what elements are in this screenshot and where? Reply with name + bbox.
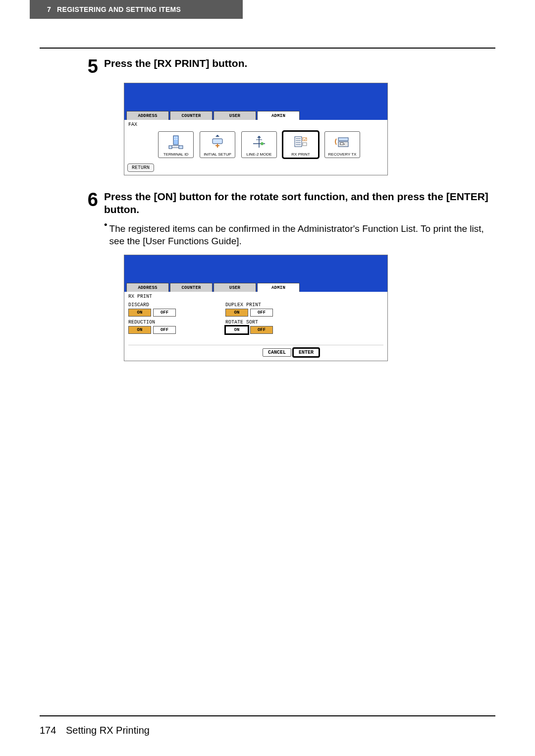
building-icon — [167, 132, 185, 153]
discard-off-button[interactable]: OFF — [153, 309, 176, 317]
svg-rect-1 — [174, 137, 175, 138]
tab-bar: ADDRESS COUNTER USER ADMIN — [124, 282, 387, 292]
tab-user[interactable]: USER — [214, 111, 256, 120]
svg-rect-6 — [179, 146, 183, 149]
tab-counter[interactable]: COUNTER — [170, 111, 213, 120]
svg-rect-0 — [173, 136, 178, 145]
step-5: 5 Press the [RX PRINT] button. — [40, 57, 495, 76]
breadcrumb: FAX — [128, 122, 383, 127]
enter-button[interactable]: ENTER — [293, 348, 319, 357]
return-button[interactable]: RETURN — [127, 163, 154, 172]
terminal-id-button[interactable]: TERMINAL ID — [158, 131, 194, 158]
rotate-sort-setting: ROTATE SORT ON OFF — [225, 320, 273, 334]
icon-label: RECOVERY TX — [328, 153, 357, 157]
page-number: 174 — [40, 725, 56, 736]
initial-setup-button[interactable]: INITIAL SETUP — [200, 131, 235, 158]
top-rule — [40, 48, 495, 49]
screen-titlebar — [124, 255, 387, 282]
screenshot-fax-admin: ADDRESS COUNTER USER ADMIN FAX TERMINAL … — [124, 83, 388, 175]
duplex-off-button[interactable]: OFF — [250, 309, 273, 317]
icon-label: TERMINAL ID — [163, 153, 188, 157]
page-footer: 174 Setting RX Printing — [40, 725, 150, 736]
step-title: Press the [ON] button for the rotate sor… — [104, 190, 495, 216]
step-number: 6 — [40, 190, 104, 248]
tab-bar: ADDRESS COUNTER USER ADMIN — [124, 110, 387, 120]
screenshot-rx-print-settings: ADDRESS COUNTER USER ADMIN RX PRINT DISC… — [124, 255, 388, 361]
step-bullet-text: The registered items can be confirmed in… — [109, 222, 495, 248]
svg-rect-4 — [176, 139, 177, 140]
setting-label: DISCARD — [128, 302, 176, 308]
screen-titlebar — [124, 83, 387, 110]
bottom-rule — [40, 715, 495, 716]
line-icon — [250, 132, 268, 153]
reduction-off-button[interactable]: OFF — [153, 326, 176, 334]
bullet-icon: • — [104, 219, 109, 248]
duplex-print-setting: DUPLEX PRINT ON OFF — [225, 302, 273, 317]
svg-rect-10 — [295, 137, 302, 147]
svg-rect-5 — [169, 146, 172, 149]
list-check-icon — [292, 132, 310, 153]
setting-label: REDUCTION — [128, 320, 176, 325]
chapter-number: 7 — [47, 5, 51, 13]
svg-rect-12 — [303, 143, 307, 146]
svg-rect-2 — [176, 137, 177, 138]
tab-admin[interactable]: ADMIN — [257, 283, 300, 292]
cancel-button[interactable]: CANCEL — [263, 348, 291, 357]
rx-print-button[interactable]: RX PRINT — [283, 131, 319, 158]
line2-mode-button[interactable]: LINE-2 MODE — [241, 131, 277, 158]
tab-counter[interactable]: COUNTER — [170, 283, 213, 292]
icon-label: INITIAL SETUP — [204, 153, 231, 157]
chapter-header-tab: 7 REGISTERING AND SETTING ITEMS — [30, 0, 243, 19]
tab-user[interactable]: USER — [214, 283, 256, 292]
svg-point-9 — [261, 142, 264, 145]
footer-section-title: Setting RX Printing — [66, 725, 150, 736]
tab-address[interactable]: ADDRESS — [126, 111, 169, 120]
discard-setting: DISCARD ON OFF — [128, 302, 176, 317]
setting-label: DUPLEX PRINT — [225, 302, 273, 308]
setting-label: ROTATE SORT — [225, 320, 273, 325]
reduction-setting: REDUCTION ON OFF — [128, 320, 176, 334]
rotate-off-button[interactable]: OFF — [250, 326, 273, 334]
step-title: Press the [RX PRINT] button. — [104, 57, 495, 70]
svg-rect-3 — [174, 139, 175, 140]
icon-label: LINE-2 MODE — [246, 153, 271, 157]
svg-rect-13 — [338, 138, 348, 141]
breadcrumb: RX PRINT — [128, 294, 383, 299]
icon-label: RX PRINT — [291, 153, 310, 157]
rotate-on-button[interactable]: ON — [225, 326, 248, 334]
svg-rect-7 — [213, 139, 222, 144]
svg-rect-18 — [340, 143, 343, 145]
recovery-icon — [333, 132, 351, 153]
chapter-title: REGISTERING AND SETTING ITEMS — [57, 5, 181, 13]
step-6: 6 Press the [ON] button for the rotate s… — [40, 190, 495, 248]
tab-address[interactable]: ADDRESS — [126, 283, 169, 292]
recovery-tx-button[interactable]: RECOVERY TX — [324, 131, 360, 158]
duplex-on-button[interactable]: ON — [225, 309, 248, 317]
svg-point-8 — [216, 145, 218, 147]
tab-admin[interactable]: ADMIN — [257, 111, 300, 120]
reduction-on-button[interactable]: ON — [128, 326, 151, 334]
svg-point-17 — [344, 144, 345, 145]
setup-icon — [209, 132, 226, 153]
step-number: 5 — [40, 57, 104, 76]
discard-on-button[interactable]: ON — [128, 309, 151, 317]
